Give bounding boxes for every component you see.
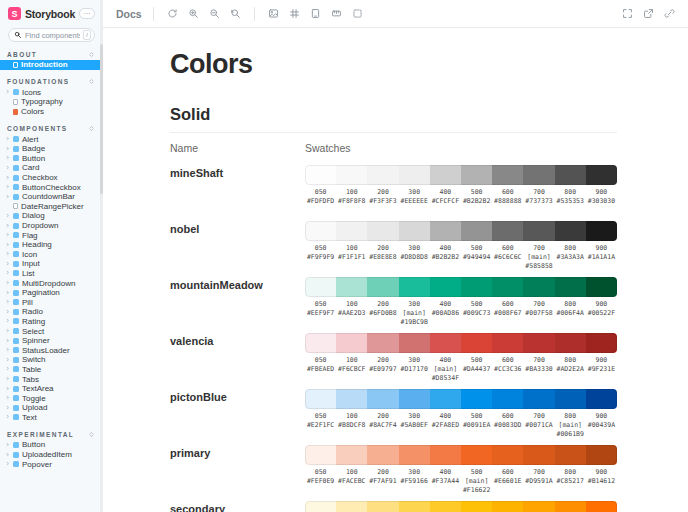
sidebar-item-label: MultiDropdown bbox=[22, 279, 75, 288]
swatch-label-600: 600#0083DD bbox=[492, 409, 523, 433]
component-icon bbox=[13, 395, 19, 401]
component-icon bbox=[13, 461, 19, 467]
section-header-components: COMPONENTS bbox=[0, 124, 103, 132]
sidebar-item-colors[interactable]: Colors bbox=[0, 107, 103, 117]
chevron-right-icon: › bbox=[5, 376, 10, 382]
sidebar-item-alert[interactable]: ›Alert bbox=[0, 134, 103, 144]
sidebar-item-multidropdown[interactable]: ›MultiDropdown bbox=[0, 278, 103, 288]
sidebar-item-daterangepicker[interactable]: DateRangePicker bbox=[0, 202, 103, 212]
sidebar-item-introduction[interactable]: Introduction bbox=[0, 60, 103, 70]
sidebar-item-typography[interactable]: Typography bbox=[0, 97, 103, 107]
component-icon bbox=[13, 309, 19, 315]
swatch-cell-700 bbox=[523, 277, 554, 297]
search-shortcut-badge: / bbox=[83, 30, 91, 40]
zoom-out-icon[interactable] bbox=[206, 5, 223, 22]
section-header-experimental: EXPERIMENTAL bbox=[0, 430, 103, 438]
sidebar-item-checkbox[interactable]: ›Checkbox bbox=[0, 173, 103, 183]
swatch-label-400: 400#00AD86 bbox=[430, 297, 461, 321]
search-input[interactable]: Find components / bbox=[8, 28, 95, 42]
sidebar-item-label: Rating bbox=[22, 317, 45, 326]
expand-all-icon[interactable] bbox=[88, 50, 96, 58]
sidebar-scrollbar[interactable] bbox=[100, 0, 103, 512]
swatch-label-800: 800#006F4A bbox=[555, 297, 586, 321]
sidebar-item-select[interactable]: ›Select bbox=[0, 326, 103, 336]
sidebar-item-dialog[interactable]: ›Dialog bbox=[0, 211, 103, 221]
sidebar-item-spinner[interactable]: ›Spinner bbox=[0, 336, 103, 346]
sidebar-item-tabs[interactable]: ›Tabs bbox=[0, 374, 103, 384]
sidebar-item-textarea[interactable]: ›TextArea bbox=[0, 384, 103, 394]
sidebar-item-dropdown[interactable]: ›Dropdown bbox=[0, 221, 103, 231]
sidebar-item-toggle[interactable]: ›Toggle bbox=[0, 393, 103, 403]
component-icon bbox=[13, 405, 19, 411]
zoom-reset-icon[interactable] bbox=[227, 5, 244, 22]
swatch-bar bbox=[305, 221, 617, 241]
swatch-label-100: 100#F1F1F1 bbox=[336, 241, 367, 265]
sidebar-item-radio[interactable]: ›Radio bbox=[0, 307, 103, 317]
sidebar-item-uploadeditem[interactable]: ›UploadedItem bbox=[0, 450, 103, 460]
swatch-cell-800 bbox=[555, 333, 586, 353]
sidebar-item-label: Pagination bbox=[22, 288, 60, 297]
storybook-app: S Storybook ··· Find components / ABOUTI… bbox=[0, 0, 688, 512]
column-name: Name bbox=[170, 142, 305, 154]
sidebar-item-card[interactable]: ›Card bbox=[0, 163, 103, 173]
sidebar-item-statusloader[interactable]: ›StatusLoader bbox=[0, 345, 103, 355]
swatch-cell-100 bbox=[336, 333, 367, 353]
expand-all-icon[interactable] bbox=[88, 430, 96, 438]
sidebar-item-label: Alert bbox=[22, 135, 38, 144]
sidebar-item-text[interactable]: ›Text bbox=[0, 413, 103, 423]
background-icon[interactable] bbox=[265, 5, 282, 22]
expand-all-icon[interactable] bbox=[88, 124, 96, 132]
remount-icon[interactable] bbox=[164, 5, 181, 22]
sidebar-item-buttoncheckbox[interactable]: ›ButtonCheckbox bbox=[0, 182, 103, 192]
sidebar-item-heading[interactable]: ›Heading bbox=[0, 240, 103, 250]
sidebar-item-switch[interactable]: ›Switch bbox=[0, 355, 103, 365]
sidebar-item-popover[interactable]: ›Popover bbox=[0, 459, 103, 469]
chevron-right-icon: › bbox=[5, 155, 10, 161]
sidebar-item-button[interactable]: ›Button bbox=[0, 440, 103, 450]
component-icon bbox=[13, 299, 19, 305]
sidebar-item-table[interactable]: ›Table bbox=[0, 365, 103, 375]
sidebar-item-label: Icon bbox=[22, 250, 37, 259]
sidebar-item-rating[interactable]: ›Rating bbox=[0, 317, 103, 327]
storybook-logo-icon[interactable]: S bbox=[8, 7, 21, 20]
swatch-cell-100 bbox=[336, 445, 367, 465]
sidebar-item-icon[interactable]: ›Icon bbox=[0, 250, 103, 260]
open-new-tab-icon[interactable] bbox=[640, 5, 657, 22]
sidebar-item-badge[interactable]: ›Badge bbox=[0, 144, 103, 154]
swatch-label-300: 300#F59166 bbox=[399, 465, 430, 489]
sidebar-item-list[interactable]: ›List bbox=[0, 269, 103, 279]
expand-all-icon[interactable] bbox=[88, 78, 96, 86]
sidebar-item-button[interactable]: ›Button bbox=[0, 154, 103, 164]
chevron-right-icon: › bbox=[5, 366, 10, 372]
sidebar-item-countdownbar[interactable]: ›CountdownBar bbox=[0, 192, 103, 202]
swatch-cell-300 bbox=[399, 165, 430, 185]
link-icon[interactable] bbox=[661, 5, 678, 22]
swatch-cell-700 bbox=[523, 333, 554, 353]
sidebar-item-icons[interactable]: ›Icons bbox=[0, 88, 103, 98]
section-label: ABOUT bbox=[7, 51, 37, 58]
measure-icon[interactable] bbox=[328, 5, 345, 22]
fullscreen-icon[interactable] bbox=[619, 5, 636, 22]
outline-icon[interactable] bbox=[349, 5, 366, 22]
palette-row-secondary: secondary050#FFF8E1100#FFECB3200#FEE0823… bbox=[170, 501, 617, 512]
sidebar-item-label: Colors bbox=[21, 107, 44, 116]
swatch-label-400: 400#CFCFCF bbox=[430, 185, 461, 209]
zoom-in-icon[interactable] bbox=[185, 5, 202, 22]
sidebar-item-upload[interactable]: ›Upload bbox=[0, 403, 103, 413]
component-icon bbox=[13, 175, 19, 181]
sidebar-item-flag[interactable]: ›Flag bbox=[0, 230, 103, 240]
swatch-table-header: Name Swatches bbox=[170, 133, 617, 165]
sidebar-item-label: Introduction bbox=[21, 60, 68, 69]
tab-docs[interactable]: Docs bbox=[113, 8, 145, 20]
viewport-icon[interactable] bbox=[307, 5, 324, 22]
grid-icon[interactable] bbox=[286, 5, 303, 22]
swatch-table-body: mineShaft050#FDFDFD100#F8F8F8200#F3F3F33… bbox=[170, 165, 617, 512]
sidebar-menu-button[interactable]: ··· bbox=[79, 8, 95, 19]
swatch-cell-500 bbox=[461, 277, 492, 297]
swatch-label-800: 800#C85217 bbox=[555, 465, 586, 489]
sidebar-item-label: Pill bbox=[22, 298, 33, 307]
sidebar-item-pagination[interactable]: ›Pagination bbox=[0, 288, 103, 298]
swatch-cell-200 bbox=[367, 333, 398, 353]
sidebar-item-input[interactable]: ›Input bbox=[0, 259, 103, 269]
sidebar-item-pill[interactable]: ›Pill bbox=[0, 297, 103, 307]
